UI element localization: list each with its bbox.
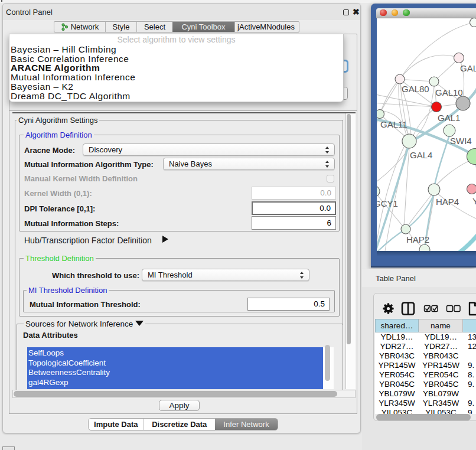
- svg-text:GAL10: GAL10: [435, 87, 463, 97]
- svg-text:GAL1: GAL1: [438, 113, 460, 123]
- svg-text:HAP4: HAP4: [436, 197, 459, 207]
- svg-text:GAL80: GAL80: [402, 84, 429, 94]
- svg-text:GAL11: GAL11: [380, 119, 407, 129]
- svg-text:HAP2: HAP2: [406, 234, 429, 244]
- svg-text:GAL: GAL: [460, 63, 476, 73]
- svg-text:GCY1: GCY1: [377, 198, 398, 208]
- svg-text:SWI4: SWI4: [450, 136, 472, 146]
- svg-text:GAL4: GAL4: [410, 150, 432, 160]
- svg-text:Y: Y: [472, 196, 476, 206]
